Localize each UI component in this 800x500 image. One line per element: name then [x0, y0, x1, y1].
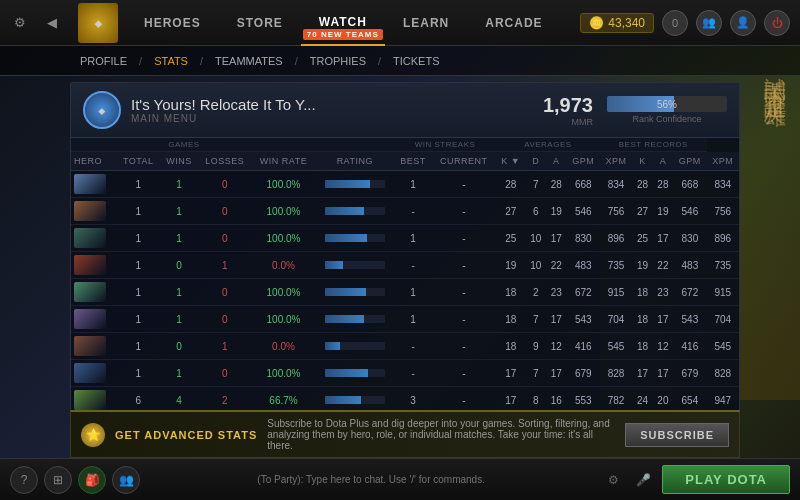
voice-icon[interactable]: 🎤	[632, 469, 654, 491]
settings-taskbar-icon[interactable]: ⚙	[602, 469, 624, 491]
avg-deaths: 7	[526, 360, 546, 387]
console-button[interactable]: ⊞	[44, 466, 72, 494]
games-losses: 0	[198, 171, 252, 198]
nav-left-controls: ⚙ ◀ ⬥	[0, 3, 126, 43]
power-btn[interactable]: ⏻	[764, 10, 790, 36]
nav-watch[interactable]: WATCH 70 New Teams	[301, 0, 385, 46]
avg-xpm: 735	[600, 252, 632, 279]
hero-cell	[71, 225, 116, 252]
avg-kills: 25	[496, 225, 526, 252]
profile-link[interactable]: PROFILE	[80, 55, 127, 67]
best-gpm: 543	[673, 306, 706, 333]
streak-current: -	[432, 279, 496, 306]
nav-heroes[interactable]: HEROES	[126, 0, 219, 46]
dota-logo[interactable]: ⬥	[78, 3, 118, 43]
streak-current: -	[432, 225, 496, 252]
table-row[interactable]: 1 1 0 100.0% - - 17 7 17 679 828 17 17 6…	[71, 360, 739, 387]
back-icon[interactable]: ◀	[38, 9, 66, 37]
tickets-link[interactable]: TICKETS	[393, 55, 439, 67]
hero-image	[74, 174, 106, 194]
col-games-group: GAMES	[116, 138, 251, 152]
th-rating[interactable]: RATING	[315, 152, 394, 171]
avg-gpm: 416	[566, 333, 599, 360]
streak-current: -	[432, 306, 496, 333]
party-button[interactable]: 👥	[112, 466, 140, 494]
win-rate: 100.0%	[252, 306, 316, 333]
rating-bar-cell	[315, 252, 394, 279]
best-xpm: 828	[707, 360, 739, 387]
profile-subtitle: MAIN MENU	[131, 113, 543, 124]
avg-kills: 27	[496, 198, 526, 225]
avg-assists: 17	[546, 306, 566, 333]
games-total: 1	[116, 279, 160, 306]
rating-bar-cell	[315, 306, 394, 333]
best-kills: 19	[632, 252, 652, 279]
teammates-link[interactable]: TEAMMATES	[215, 55, 283, 67]
win-rate: 100.0%	[252, 360, 316, 387]
nav-store[interactable]: STORE	[219, 0, 301, 46]
games-losses: 0	[198, 279, 252, 306]
th-total[interactable]: TOTAL	[116, 152, 160, 171]
stats-title-block: It's Yours! Relocate It To Y... MAIN MEN…	[131, 96, 543, 124]
best-assists: 17	[653, 225, 673, 252]
rating-bar-cell	[315, 360, 394, 387]
col-winrate-header	[252, 138, 316, 152]
games-wins: 1	[160, 198, 198, 225]
avg-assists: 17	[546, 360, 566, 387]
table-row[interactable]: 1 1 0 100.0% 1 - 28 7 28 668 834 28 28 6…	[71, 171, 739, 198]
th-winrate[interactable]: WIN RATE	[252, 152, 316, 171]
help-button[interactable]: ?	[10, 466, 38, 494]
avg-xpm: 896	[600, 225, 632, 252]
th-best-gpm: GPM	[673, 152, 706, 171]
avg-assists: 22	[546, 252, 566, 279]
profile-btn[interactable]: 👤	[730, 10, 756, 36]
best-gpm: 483	[673, 252, 706, 279]
best-kills: 27	[632, 198, 652, 225]
table-row[interactable]: 1 0 1 0.0% - - 19 10 22 483 735 19 22 48…	[71, 252, 739, 279]
notification-btn[interactable]: 0	[662, 10, 688, 36]
best-xpm: 834	[707, 171, 739, 198]
th-losses[interactable]: LOSSES	[198, 152, 252, 171]
nav-arcade[interactable]: ARCADE	[467, 0, 560, 46]
th-wins[interactable]: WINS	[160, 152, 198, 171]
hero-cell	[71, 333, 116, 360]
avg-assists: 23	[546, 279, 566, 306]
table-row[interactable]: 1 1 0 100.0% 1 - 25 10 17 830 896 25 17 …	[71, 225, 739, 252]
table-row[interactable]: 1 1 0 100.0% 1 - 18 7 17 543 704 18 17 5…	[71, 306, 739, 333]
gold-display: 🪙 43,340	[580, 13, 654, 33]
stats-table-scroll[interactable]: GAMES WIN STREAKS AVERAGES BEST RECORDS …	[71, 138, 739, 448]
best-assists: 19	[653, 198, 673, 225]
best-gpm: 668	[673, 171, 706, 198]
promo-label: GET ADVANCED STATS	[115, 429, 257, 441]
avg-xpm: 828	[600, 360, 632, 387]
win-rate: 0.0%	[252, 252, 316, 279]
avg-kills: 28	[496, 171, 526, 198]
chat-area[interactable]	[140, 474, 602, 485]
streak-best: -	[394, 333, 432, 360]
best-xpm: 756	[707, 198, 739, 225]
inventory-button[interactable]: 🎒	[78, 466, 106, 494]
subscribe-button[interactable]: SUBSCRIBE	[625, 423, 729, 447]
table-row[interactable]: 1 0 1 0.0% - - 18 9 12 416 545 18 12 416…	[71, 333, 739, 360]
rating-bar-cell	[315, 279, 394, 306]
trophies-link[interactable]: TROPHIES	[310, 55, 366, 67]
hero-cell	[71, 198, 116, 225]
settings-icon[interactable]: ⚙	[6, 9, 34, 37]
stats-link[interactable]: STATS	[154, 55, 188, 67]
friends-btn[interactable]: 👥	[696, 10, 722, 36]
chat-input[interactable]	[221, 474, 521, 485]
rating-bar	[325, 342, 385, 350]
table-row[interactable]: 1 1 0 100.0% 1 - 18 2 23 672 915 18 23 6…	[71, 279, 739, 306]
table-row[interactable]: 1 1 0 100.0% - - 27 6 19 546 756 27 19 5…	[71, 198, 739, 225]
rating-bar-cell	[315, 198, 394, 225]
play-dota-button[interactable]: PLAY DOTA	[662, 465, 790, 494]
win-rate: 100.0%	[252, 171, 316, 198]
hero-image	[74, 282, 106, 302]
nav-right: 🪙 43,340 0 👥 👤 ⏻	[580, 10, 800, 36]
games-losses: 1	[198, 252, 252, 279]
nav-learn[interactable]: LEARN	[385, 0, 467, 46]
mmr-display: 1,973 MMR	[543, 94, 593, 127]
avg-xpm: 545	[600, 333, 632, 360]
best-kills: 28	[632, 171, 652, 198]
promo-icon: ⭐	[81, 423, 105, 447]
